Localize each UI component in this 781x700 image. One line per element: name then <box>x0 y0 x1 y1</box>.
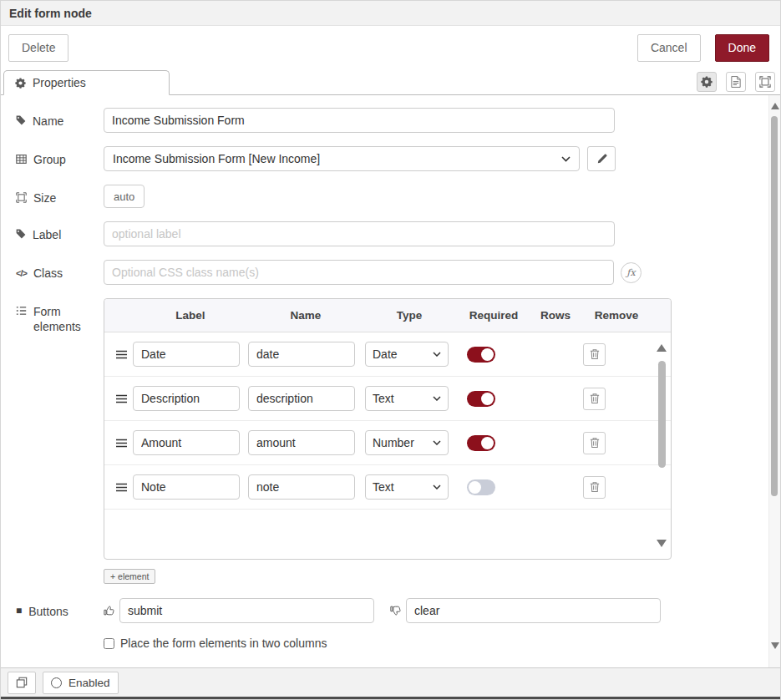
scroll-down-arrow[interactable] <box>657 540 667 547</box>
two-columns-checkbox[interactable] <box>104 638 114 649</box>
enabled-label: Enabled <box>68 677 110 689</box>
clear-button-label-input[interactable] <box>406 598 661 623</box>
form-element-row: Text <box>104 465 671 510</box>
element-type-value: Text <box>373 392 394 405</box>
square-icon: ■ <box>16 604 22 616</box>
required-toggle[interactable] <box>467 479 495 495</box>
elements-table-header: Label Name Type Required Rows Remove <box>104 299 671 332</box>
label-input[interactable] <box>104 221 615 246</box>
code-icon: </> <box>16 266 27 279</box>
enabled-toggle-button[interactable]: Enabled <box>43 672 119 694</box>
required-toggle[interactable] <box>467 391 495 407</box>
col-header-required: Required <box>455 309 532 322</box>
scrollbar-thumb[interactable] <box>771 116 778 496</box>
name-input[interactable] <box>104 108 615 133</box>
footer: Enabled <box>1 667 780 697</box>
delete-element-button[interactable] <box>583 343 606 366</box>
gear-icon <box>15 78 26 89</box>
tab-icon-buttons <box>697 72 775 92</box>
delete-element-button[interactable] <box>583 388 606 410</box>
scroll-down-arrow[interactable] <box>771 642 779 649</box>
col-header-type: Type <box>363 309 455 322</box>
group-label-text: Group <box>33 152 66 167</box>
scroll-up-arrow[interactable] <box>771 103 779 109</box>
class-dynamic-button[interactable]: ƒx <box>621 262 642 283</box>
size-frame-icon <box>16 190 27 203</box>
two-columns-row: Place the form elements in two columns <box>104 637 768 650</box>
cancel-button[interactable]: Cancel <box>637 34 701 62</box>
gear-icon <box>701 76 713 88</box>
enabled-circle-icon <box>51 677 62 688</box>
group-select[interactable]: Income Submission Form [New Income] <box>104 146 580 171</box>
element-name-input[interactable] <box>248 386 355 411</box>
tag-icon <box>16 227 26 239</box>
trash-icon <box>590 348 600 360</box>
required-toggle[interactable] <box>467 435 495 451</box>
vertical-scrollbar[interactable] <box>768 95 780 667</box>
pencil-icon <box>596 154 607 165</box>
delete-element-button[interactable] <box>583 476 606 499</box>
required-toggle[interactable] <box>467 347 495 363</box>
properties-panel: Name Group Income Submission Form [New I… <box>1 95 768 667</box>
tray-header: Edit form node <box>1 1 780 26</box>
element-type-value: Number <box>373 436 414 449</box>
trash-icon <box>590 437 600 449</box>
group-label: Group <box>16 146 104 167</box>
delete-element-button[interactable] <box>583 432 606 454</box>
element-type-select[interactable]: Text <box>365 474 449 500</box>
element-type-value: Date <box>373 347 398 361</box>
element-label-input[interactable] <box>133 474 240 500</box>
table-scrollbar[interactable] <box>656 339 668 552</box>
description-button[interactable] <box>726 72 746 92</box>
element-label-input[interactable] <box>133 430 240 455</box>
col-header-name: Name <box>248 309 363 322</box>
size-row: Size auto <box>16 185 768 208</box>
buttons-label-text: Buttons <box>28 604 68 619</box>
submit-button-label-input[interactable] <box>119 598 374 623</box>
file-icon <box>731 76 741 88</box>
node-info-button[interactable] <box>8 672 36 694</box>
form-element-row: Date <box>104 332 671 377</box>
two-columns-label: Place the form elements in two columns <box>120 637 327 650</box>
size-button[interactable]: auto <box>104 185 145 208</box>
trash-icon <box>590 393 600 404</box>
element-type-value: Text <box>373 480 394 494</box>
done-button[interactable]: Done <box>715 34 769 62</box>
element-name-input[interactable] <box>248 474 355 500</box>
scroll-up-arrow[interactable] <box>657 344 667 352</box>
element-type-select[interactable]: Text <box>365 386 449 411</box>
buttons-controls <box>104 598 661 623</box>
delete-button[interactable]: Delete <box>8 34 68 62</box>
drag-handle-icon[interactable] <box>116 394 127 403</box>
element-label-input[interactable] <box>133 342 240 367</box>
drag-handle-icon[interactable] <box>116 439 127 448</box>
form-element-row: Number <box>104 421 671 465</box>
elements-table-body: Date Text <box>104 332 671 559</box>
edit-group-button[interactable] <box>587 146 616 171</box>
workspace-edge <box>1 697 780 699</box>
col-header-remove: Remove <box>579 309 654 322</box>
table-grid-icon <box>16 152 27 165</box>
element-type-select[interactable]: Date <box>365 342 449 367</box>
add-element-button[interactable]: + element <box>104 569 155 584</box>
element-type-select[interactable]: Number <box>365 430 449 455</box>
drag-handle-icon[interactable] <box>116 483 127 492</box>
drag-handle-icon[interactable] <box>116 350 127 359</box>
tag-icon <box>16 114 26 125</box>
element-label-input[interactable] <box>133 386 240 411</box>
scrollbar-thumb[interactable] <box>658 361 666 468</box>
tabbar: Properties <box>1 69 780 95</box>
element-name-input[interactable] <box>248 430 355 455</box>
form-elements-label: Form elements <box>16 298 104 334</box>
class-input[interactable] <box>104 260 614 285</box>
tab-properties[interactable]: Properties <box>3 70 170 95</box>
chevron-down-icon <box>433 484 441 489</box>
group-select-value: Income Submission Form [New Income] <box>113 152 320 165</box>
element-name-input[interactable] <box>248 342 355 367</box>
node-settings-button[interactable] <box>697 72 717 92</box>
add-element-row: + element <box>104 569 768 584</box>
form-element-row: Text <box>104 377 671 421</box>
layers-icon <box>16 677 28 688</box>
appearance-button[interactable] <box>755 72 775 92</box>
form-elements-row: Form elements Label Name Type Required R… <box>16 298 768 560</box>
